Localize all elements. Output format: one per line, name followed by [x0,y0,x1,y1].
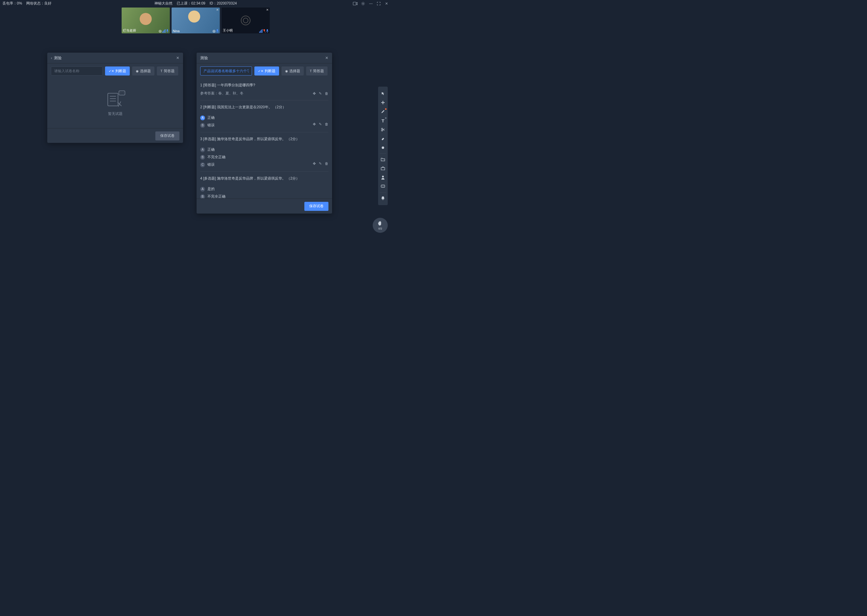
panel-title: 测验 [200,55,208,61]
svg-rect-0 [353,2,356,5]
packet-loss: 丢包率：0% [2,1,22,6]
svg-rect-7 [217,29,218,31]
empty-quiz-icon [103,90,127,108]
question-option[interactable]: A是的 [200,187,214,192]
video-tile-student[interactable]: ✕ Nina [172,8,220,33]
raise-hand-button[interactable]: 0/2 [373,218,388,233]
short-answer-button[interactable]: T简答题 [306,66,328,75]
quiz-panel-empty: ‹ 测验 ✕ ✓✕判断题 ◉选择题 T简答题 暂无试题 保存试卷 [47,53,183,143]
question-option[interactable]: B不完全正确 [200,194,225,198]
pen-tool-icon[interactable] [378,107,388,116]
question-option[interactable]: C错误 [200,162,214,167]
svg-rect-9 [267,29,268,31]
video-tile-student[interactable]: ✕ 王小明 [222,8,270,33]
video-close-icon[interactable]: ✕ [216,8,219,11]
video-name: 王小明 [223,28,233,33]
svg-point-22 [382,176,384,178]
tool-sidebar: T [378,86,388,205]
session-id: ID：2020070324 [210,1,237,6]
video-close-icon[interactable]: ✕ [266,8,268,11]
quiz-panel-filled: 测验 ✕ ✓✕判断题 ◉选择题 T简答题 1 [简答题] 一年四季分别是哪四季?… [197,53,332,214]
quiz-name-input[interactable] [200,66,252,75]
settings-icon[interactable] [361,1,366,6]
judge-question-button[interactable]: ✓✕判断题 [105,66,130,75]
move-icon[interactable]: ✥ [313,91,316,96]
pointer-tool-icon[interactable] [378,89,388,98]
toolbox-icon[interactable] [378,164,388,173]
option-badge: B [200,123,205,128]
delete-icon[interactable]: 🗑 [325,162,328,166]
svg-point-16 [121,93,122,93]
empty-state: 暂无试题 [47,79,183,128]
network-status: 网络状态：良好 [26,1,52,6]
svg-point-19 [381,130,383,131]
svg-point-15 [120,93,121,93]
delete-icon[interactable]: 🗑 [325,91,328,96]
option-badge: A [200,148,205,152]
choice-question-button[interactable]: ◉选择题 [132,66,154,75]
close-icon[interactable]: ✕ [325,56,328,60]
close-icon[interactable]: ✕ [384,1,389,6]
volume-bars-icon [259,29,263,33]
back-icon[interactable]: ‹ [51,56,52,60]
svg-point-26 [383,186,384,187]
minimize-icon[interactable]: — [369,1,373,6]
chat-icon[interactable] [378,182,388,191]
question-option[interactable]: B错误 [200,123,214,128]
question-option[interactable]: A正确 [200,115,214,120]
text-tool-icon[interactable]: T [378,116,388,125]
option-row: A是的 [200,184,328,192]
quiz-name-input[interactable] [51,66,102,75]
camera-icon[interactable] [353,1,358,6]
question-option[interactable]: B不完全正确 [200,155,225,160]
question-answer: 参考答案：春、夏、秋、冬✥✎🗑 [200,91,328,96]
svg-point-25 [383,186,383,187]
camera-off-icon [241,16,251,25]
move-icon[interactable]: ✥ [313,122,316,126]
choice-question-button[interactable]: ◉选择题 [282,66,304,75]
short-answer-button[interactable]: T简答题 [157,66,178,75]
eraser-tool-icon[interactable] [378,134,388,143]
question-title: 3 [单选题] 施华洛世奇是反华品牌，所以梁鼎琪反华。 （2分） [200,137,328,141]
question-title: 2 [判断题] 我国宪法上一次更新是在2020年。 （2分） [200,105,328,110]
option-badge: A [200,187,205,192]
question-option[interactable]: A正确 [200,147,214,152]
color-picker-icon[interactable] [378,143,388,152]
maximize-icon[interactable] [376,1,381,6]
option-text: 错误 [207,162,214,167]
move-tool-icon[interactable] [378,98,388,107]
question-list[interactable]: 1 [简答题] 一年四季分别是哪四季?参考答案：春、夏、秋、冬✥✎🗑2 [判断题… [197,79,332,198]
edit-icon[interactable]: ✎ [319,122,322,126]
svg-point-3 [160,31,161,32]
option-row: A正确 [200,145,328,152]
option-badge: B [200,194,205,199]
video-tile-teacher[interactable]: 叮当老师 [121,8,170,33]
judge-question-button[interactable]: ✓✕判断题 [254,66,279,75]
save-quiz-button[interactable]: 保存试卷 [155,132,180,140]
judge-icon: ✓✕ [109,69,114,73]
video-name: 叮当老师 [123,28,136,33]
move-icon[interactable]: ✥ [313,162,316,166]
question-title: 4 [多选题] 施华洛世奇是反华品牌，所以梁鼎琪反华。 （2分） [200,176,328,181]
svg-point-6 [214,31,214,32]
person-icon[interactable] [378,173,388,182]
edit-icon[interactable]: ✎ [319,91,322,96]
save-quiz-button[interactable]: 保存试卷 [304,202,328,211]
svg-point-18 [381,128,383,129]
delete-icon[interactable]: 🗑 [325,122,328,126]
bell-icon[interactable] [378,194,388,203]
scissors-tool-icon[interactable] [378,125,388,134]
question-item: 4 [多选题] 施华洛世奇是反华品牌，所以梁鼎琪反华。 （2分）A是的B不完全正… [200,172,328,198]
svg-point-20 [382,146,384,149]
option-text: 不完全正确 [207,194,225,198]
option-badge: A [200,115,205,120]
mic-icon [266,29,268,33]
video-name: Nina [173,29,180,33]
close-icon[interactable]: ✕ [176,56,180,60]
hand-icon [377,220,383,226]
edit-icon[interactable]: ✎ [319,162,322,166]
folder-icon[interactable] [378,155,388,164]
text-icon: T [310,69,312,73]
option-badge: C [200,162,205,167]
option-badge: B [200,155,205,160]
